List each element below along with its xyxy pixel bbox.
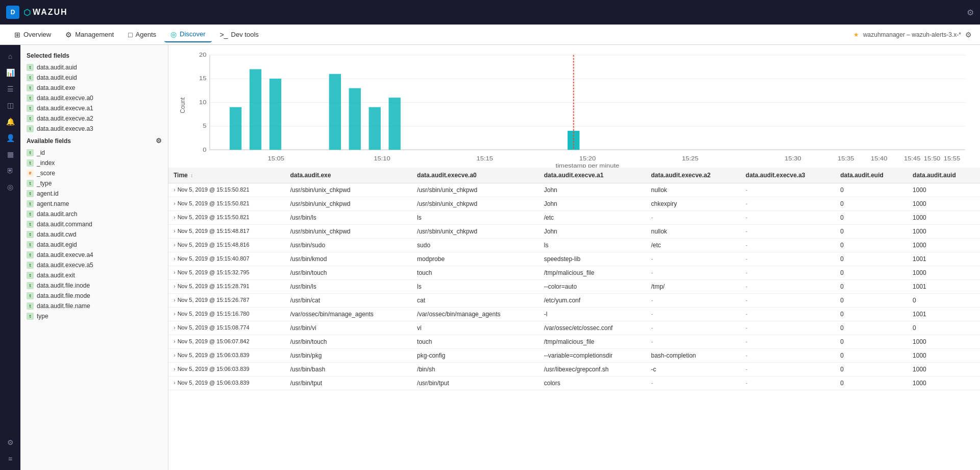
a0-cell: /usr/sbin/unix_chkpwd — [412, 183, 539, 197]
available-field-item[interactable]: t_index — [20, 158, 168, 168]
nav-devtools[interactable]: >_ Dev tools — [214, 28, 265, 42]
available-field-item[interactable]: tdata.audit.execve.a5 — [20, 260, 168, 270]
available-field-item[interactable]: tagent.id — [20, 189, 168, 199]
table-row[interactable]: ›Nov 5, 2019 @ 15:06:07.842 /usr/bin/tou… — [168, 335, 980, 349]
bell-icon[interactable]: 🔔 — [3, 114, 17, 129]
field-type-badge: # — [27, 170, 34, 177]
empty-value: - — [746, 366, 748, 373]
field-type-badge: t — [27, 282, 34, 289]
svg-text:Count: Count — [179, 97, 186, 113]
table-row[interactable]: ›Nov 5, 2019 @ 15:15:48.816 /usr/bin/sud… — [168, 239, 980, 252]
field-type-badge: t — [27, 221, 34, 228]
brain-icon[interactable]: ◎ — [3, 180, 17, 194]
empty-value: - — [746, 214, 748, 221]
table-row[interactable]: ›Nov 5, 2019 @ 15:15:50.821 /usr/sbin/un… — [168, 197, 980, 211]
available-field-item[interactable]: tdata.audit.file.name — [20, 301, 168, 311]
available-field-item[interactable]: t_id — [20, 148, 168, 158]
table-row[interactable]: ›Nov 5, 2019 @ 15:06:03.839 /usr/bin/tpu… — [168, 377, 980, 390]
available-field-item[interactable]: tdata.audit.file.inode — [20, 280, 168, 291]
expand-icon[interactable]: › — [174, 311, 176, 317]
field-name: data.audit.file.name — [37, 302, 90, 310]
available-field-item[interactable]: #_score — [20, 168, 168, 178]
top-settings-icon[interactable]: ⚙ — [967, 8, 974, 17]
available-field-item[interactable]: tdata.audit.arch — [20, 209, 168, 219]
available-field-item[interactable]: tdata.audit.file.mode — [20, 291, 168, 301]
table-row[interactable]: ›Nov 5, 2019 @ 15:15:50.821 /usr/bin/ls … — [168, 211, 980, 225]
expand-icon[interactable]: › — [174, 255, 176, 262]
auid-cell: 1000 — [908, 197, 980, 211]
expand-icon[interactable]: › — [174, 242, 176, 248]
expand-icon[interactable]: › — [174, 380, 176, 386]
table-row[interactable]: ›Nov 5, 2019 @ 15:15:32.795 /usr/bin/tou… — [168, 266, 980, 280]
expand-icon[interactable]: › — [174, 283, 176, 289]
table-row[interactable]: ›Nov 5, 2019 @ 15:15:48.817 /usr/sbin/un… — [168, 225, 980, 239]
table-row[interactable]: ›Nov 5, 2019 @ 15:15:08.774 /usr/bin/vi … — [168, 321, 980, 335]
selected-field-item[interactable]: tdata.audit.auid — [20, 62, 168, 73]
more-icon[interactable]: ≡ — [3, 452, 17, 466]
empty-value: - — [746, 338, 748, 345]
a3-cell: - — [741, 266, 835, 280]
grid-icon[interactable]: ▦ — [3, 147, 17, 161]
shield-icon[interactable]: ⛨ — [3, 163, 17, 178]
selected-field-item[interactable]: tdata.audit.execve.a2 — [20, 113, 168, 124]
selected-field-item[interactable]: tdata.audit.euid — [20, 73, 168, 83]
expand-icon[interactable]: › — [174, 269, 176, 275]
expand-icon[interactable]: › — [174, 338, 176, 344]
selected-field-item[interactable]: tdata.audit.execve.a3 — [20, 124, 168, 134]
available-field-item[interactable]: t_type — [20, 178, 168, 189]
nav-agents[interactable]: □ Agents — [122, 28, 162, 42]
layers-icon[interactable]: ◫ — [3, 98, 17, 112]
available-field-item[interactable]: tdata.audit.exit — [20, 270, 168, 280]
a0-cell: pkg-config — [412, 349, 539, 363]
empty-value: - — [746, 242, 748, 249]
table-row[interactable]: ›Nov 5, 2019 @ 15:15:50.821 /usr/sbin/un… — [168, 183, 980, 197]
available-field-item[interactable]: tagent.name — [20, 199, 168, 209]
a0-cell: modprobe — [412, 252, 539, 266]
field-name: data.audit.file.mode — [37, 292, 90, 299]
col-time: Time ↕ — [168, 168, 285, 183]
settings-icon[interactable]: ⚙ — [3, 435, 17, 450]
expand-icon[interactable]: › — [174, 297, 176, 303]
nav-management[interactable]: ⚙ Management — [59, 28, 120, 42]
available-field-item[interactable]: tdata.audit.execve.a4 — [20, 250, 168, 260]
home-icon[interactable]: ⌂ — [3, 49, 17, 63]
svg-rect-14 — [270, 79, 281, 150]
chart-icon[interactable]: 📊 — [3, 65, 17, 80]
expand-icon[interactable]: › — [174, 352, 176, 358]
available-fields-gear-icon[interactable]: ⚙ — [156, 137, 162, 145]
table-row[interactable]: ›Nov 5, 2019 @ 15:15:40.807 /usr/bin/kmo… — [168, 252, 980, 266]
available-field-item[interactable]: tdata.audit.cwd — [20, 229, 168, 240]
discover-icon: ◎ — [170, 30, 177, 38]
expand-icon[interactable]: › — [174, 214, 176, 220]
expand-icon[interactable]: › — [174, 366, 176, 372]
table-row[interactable]: ›Nov 5, 2019 @ 15:06:03.839 /usr/bin/pkg… — [168, 349, 980, 363]
a1-cell: /etc — [539, 211, 646, 225]
table-row[interactable]: ›Nov 5, 2019 @ 15:06:03.839 /usr/bin/bas… — [168, 363, 980, 377]
selected-field-item[interactable]: tdata.audit.exe — [20, 83, 168, 93]
table-row[interactable]: ›Nov 5, 2019 @ 15:15:28.791 /usr/bin/ls … — [168, 280, 980, 294]
nav-settings-icon[interactable]: ⚙ — [965, 31, 972, 39]
user-avatar[interactable]: D — [6, 6, 19, 19]
available-field-item[interactable]: tdata.audit.egid — [20, 240, 168, 250]
field-name: agent.id — [37, 190, 59, 197]
expand-icon[interactable]: › — [174, 228, 176, 234]
a2-cell: nullok — [646, 183, 740, 197]
svg-text:15:55: 15:55 — [944, 155, 961, 162]
table-row[interactable]: ›Nov 5, 2019 @ 15:15:26.787 /usr/bin/cat… — [168, 294, 980, 308]
expand-icon[interactable]: › — [174, 324, 176, 331]
svg-text:15:50: 15:50 — [924, 155, 941, 162]
a1-cell: ls — [539, 239, 646, 252]
selected-field-item[interactable]: tdata.audit.execve.a0 — [20, 93, 168, 103]
available-field-item[interactable]: ttype — [20, 311, 168, 321]
expand-icon[interactable]: › — [174, 186, 176, 193]
expand-icon[interactable]: › — [174, 200, 176, 206]
available-field-item[interactable]: tdata.audit.command — [20, 219, 168, 229]
cell-value: bash-completion — [651, 352, 696, 359]
list-icon[interactable]: ☰ — [3, 82, 17, 96]
nav-discover[interactable]: ◎ Discover — [164, 27, 212, 42]
nav-overview[interactable]: ⊞ Overview — [8, 28, 57, 42]
table-row[interactable]: ›Nov 5, 2019 @ 15:15:16.780 /var/ossec/b… — [168, 308, 980, 321]
person-icon[interactable]: 👤 — [3, 131, 17, 145]
selected-field-item[interactable]: tdata.audit.execve.a1 — [20, 103, 168, 113]
svg-text:15:10: 15:10 — [374, 155, 390, 162]
